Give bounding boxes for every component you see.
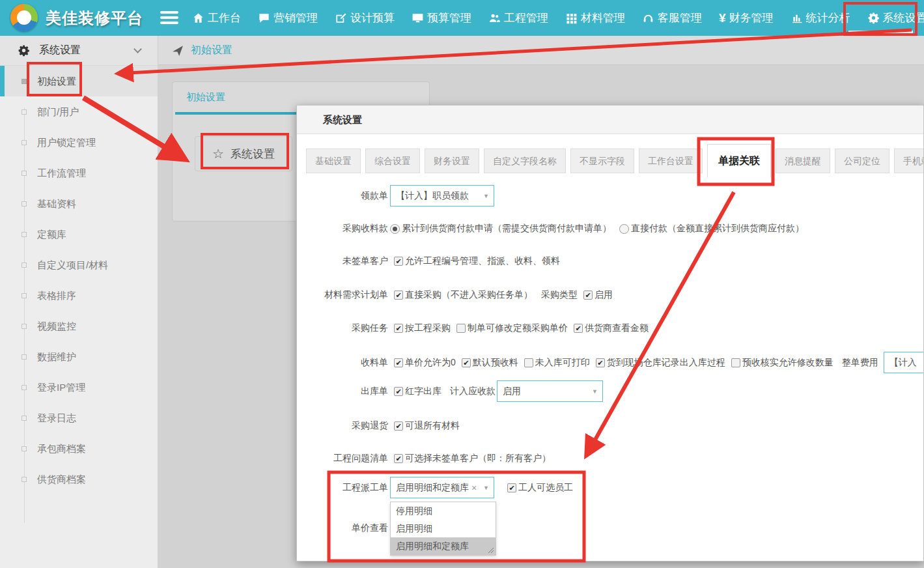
nav-items: 工作台 营销管理 设计预算 预算管理 工程管理 材料管理 客服管理 ¥ 财务管理 [192, 0, 924, 36]
nav-item-project-mgmt[interactable]: 工程管理 [488, 0, 548, 36]
row-unit-price-view: 单价查看 [297, 522, 388, 534]
breadcrumb[interactable]: 初始设置 [191, 44, 232, 57]
checkbox[interactable]: ✔ [394, 358, 403, 367]
nav-item-budget-mgmt[interactable]: 预算管理 [412, 0, 471, 36]
checkbox[interactable]: ✔ [462, 358, 471, 367]
row-purchase-return: 采购退货 ✔可退所有材料 [297, 420, 460, 432]
sidebar-item-contractor-archive[interactable]: 承包商档案 [0, 433, 158, 464]
tab-custom-field-names[interactable]: 自定义字段名称 [484, 149, 566, 173]
row-unsigned-customer: 未签单客户 ✔允许工程编号管理、指派、收料、领料 [297, 255, 560, 267]
sidebar: 系统设置 初始设置 部门/用户 用户锁定管理 工作流管理 基础资料 定额库 自定… [0, 36, 158, 568]
checkbox[interactable]: ✔ [574, 324, 583, 333]
sidebar-item-custom-project-material[interactable]: 自定义项目/材料 [0, 249, 158, 280]
bullet-icon [21, 446, 27, 451]
tab-hidden-fields[interactable]: 不显示字段 [570, 149, 634, 173]
checkbox[interactable] [524, 358, 533, 367]
checkbox[interactable]: ✔ [394, 324, 403, 333]
checkbox[interactable]: ✔ [394, 291, 403, 300]
system-settings-dialog: 系统设置 基础设置 综合设置 财务设置 自定义字段名称 不显示字段 工作台设置 … [296, 105, 924, 561]
bullet-icon [21, 324, 27, 329]
clear-icon[interactable]: × [471, 483, 477, 493]
bullet-icon [21, 232, 27, 237]
tab-workbench-settings[interactable]: 工作台设置 [639, 149, 703, 173]
checkbox[interactable]: ✔ [394, 421, 403, 431]
users-icon [488, 12, 501, 24]
hamburger-menu-icon[interactable] [160, 11, 178, 25]
active-nav-underline [848, 31, 913, 33]
checkbox[interactable]: ✔ [507, 483, 516, 492]
gear-icon [18, 44, 30, 57]
nav-item-design-budget[interactable]: 设计预算 [335, 0, 395, 36]
bullet-icon [21, 201, 27, 206]
sidebar-item-workflow[interactable]: 工作流管理 [0, 158, 158, 188]
tab-initial-settings[interactable]: 初始设置 [186, 91, 225, 104]
home-icon [192, 12, 204, 24]
checkbox[interactable]: ✔ [394, 387, 403, 396]
nav-item-material-mgmt[interactable]: 材料管理 [565, 0, 625, 36]
resize-handle-icon[interactable] [488, 547, 494, 554]
option-disable-detail[interactable]: 停用明细 [391, 502, 496, 520]
bullet-icon [21, 109, 27, 115]
caret-down-icon: ▼ [483, 485, 489, 491]
star-icon: ☆ [212, 146, 224, 162]
bar-chart-icon [791, 12, 803, 24]
tab-message-reminder[interactable]: 消息提醒 [776, 149, 830, 173]
bullet-icon [21, 477, 27, 482]
nav-item-customer-service[interactable]: 客服管理 [642, 0, 702, 36]
bullet-icon [21, 385, 27, 390]
row-work-dispatch: 工程派工单 启用明细和定额库 × ▼ ✔工人可选员工 [297, 477, 573, 498]
sidebar-item-table-sort[interactable]: 表格排序 [0, 280, 158, 311]
tab-finance-settings[interactable]: 财务设置 [425, 149, 479, 173]
sidebar-item-user-lock[interactable]: 用户锁定管理 [0, 127, 158, 158]
brand-title: 美佳装修平台 [46, 8, 143, 29]
checkbox[interactable] [731, 358, 740, 367]
nav-item-statistics[interactable]: 统计分析 [791, 0, 850, 36]
checkbox[interactable]: ✔ [596, 358, 605, 367]
checkbox[interactable] [456, 324, 466, 333]
edit-icon [335, 12, 347, 24]
grid-icon [565, 12, 578, 24]
caret-down-icon: ▼ [592, 388, 598, 395]
tab-document-relations[interactable]: 单据关联 [707, 144, 771, 178]
headset-icon [642, 12, 654, 24]
sidebar-item-video-monitor[interactable]: 视频监控 [0, 311, 158, 341]
shortcut-label: 系统设置 [231, 147, 275, 162]
payment-slip-select[interactable]: 【计入】职员领款 ▼ [390, 185, 494, 206]
row-material-demand-plan: 材料需求计划单 ✔直接采购（不进入采购任务单） 采购类型 ✔启用 [297, 289, 613, 301]
tab-mobile[interactable]: 手机端 [894, 149, 924, 173]
row-outbound-slip: 出库单 ✔红字出库 计入应收款 启用 ▼ [297, 380, 603, 402]
nav-item-finance-mgmt[interactable]: ¥ 财务管理 [719, 0, 774, 36]
sidebar-item-login-log[interactable]: 登录日志 [0, 403, 158, 433]
tab-basic-settings[interactable]: 基础设置 [306, 149, 361, 173]
sidebar-item-basic-data[interactable]: 基础资料 [0, 188, 158, 219]
sidebar-item-quota-library[interactable]: 定额库 [0, 219, 158, 249]
system-settings-shortcut-button[interactable]: ☆ 系统设置 [195, 136, 292, 171]
checkbox[interactable]: ✔ [583, 291, 593, 300]
radio-accumulate-to-supplier[interactable] [390, 224, 400, 234]
option-enable-detail-and-quota[interactable]: 启用明细和定额库 [391, 537, 496, 555]
receivable-select[interactable]: 启用 ▼ [497, 380, 603, 402]
checkbox[interactable]: ✔ [394, 454, 403, 463]
row-purchase-task: 采购任务 ✔按工程采购 制单可修改定额采购单价 ✔供货商查看金额 [297, 322, 649, 334]
row-payment-slip: 领款单 【计入】职员领款 ▼ [297, 185, 494, 206]
row-project-issue-list: 工程问题清单 ✔可选择未签单客户（即：所有客户） [297, 453, 551, 464]
checkbox[interactable]: ✔ [394, 257, 403, 266]
nav-item-marketing[interactable]: 营销管理 [258, 0, 318, 36]
nav-item-workbench[interactable]: 工作台 [192, 0, 241, 36]
brand-logo-icon [10, 4, 38, 31]
tab-company-location[interactable]: 公司定位 [835, 149, 889, 173]
sidebar-item-data-maintenance[interactable]: 数据维护 [0, 341, 158, 372]
monitor-icon [412, 12, 424, 24]
sidebar-item-initial-settings[interactable]: 初始设置 [0, 66, 158, 96]
whole-order-fee-select[interactable]: 【计入 [884, 352, 924, 373]
sidebar-item-supplier-archive[interactable]: 供货商档案 [0, 464, 158, 494]
option-enable-detail[interactable]: 启用明细 [391, 520, 496, 537]
tab-general-settings[interactable]: 综合设置 [365, 149, 420, 173]
sidebar-header[interactable]: 系统设置 [0, 36, 158, 66]
sidebar-item-login-ip[interactable]: 登录IP管理 [0, 372, 158, 403]
dispatch-mode-select[interactable]: 启用明细和定额库 × ▼ [390, 477, 494, 498]
sidebar-header-label: 系统设置 [39, 44, 135, 57]
radio-direct-payment[interactable] [619, 224, 629, 234]
sidebar-item-departments-users[interactable]: 部门/用户 [0, 96, 158, 127]
bullet-icon [21, 140, 27, 145]
